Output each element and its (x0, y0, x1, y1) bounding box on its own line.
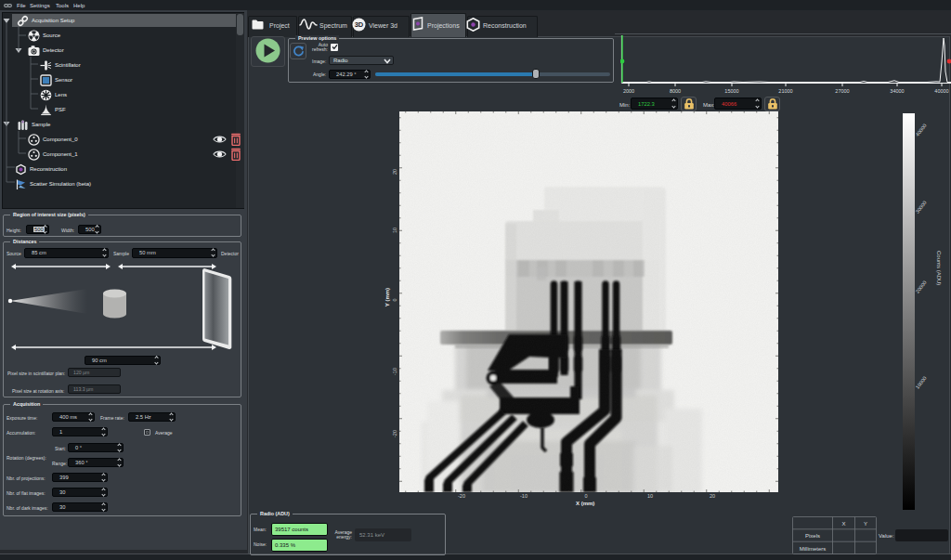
svg-text:Millimeters: Millimeters (800, 546, 827, 552)
svg-text:27000: 27000 (835, 88, 849, 94)
svg-text:34000: 34000 (890, 88, 904, 94)
svg-text:Pixels: Pixels (805, 533, 820, 539)
svg-text:Y: Y (864, 521, 867, 527)
svg-text:2000: 2000 (623, 88, 634, 94)
svg-text:40000: 40000 (934, 88, 948, 94)
svg-text:3D: 3D (355, 20, 364, 29)
svg-text:21000: 21000 (778, 88, 792, 94)
svg-text:15000: 15000 (724, 88, 738, 94)
svg-text:X: X (841, 521, 845, 527)
svg-text:8000: 8000 (670, 88, 681, 94)
